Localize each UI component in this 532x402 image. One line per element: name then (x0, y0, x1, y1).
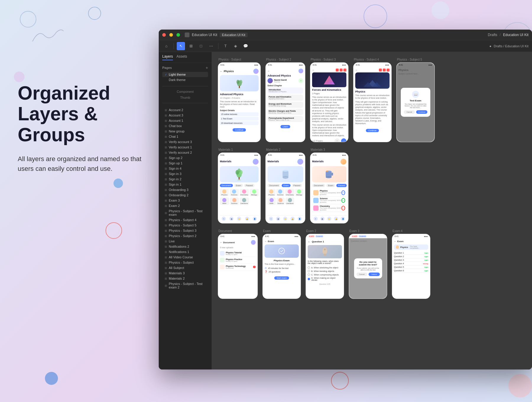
subject-item-chem-m3[interactable]: Chemistry You have completely 30/30 ques… (312, 204, 346, 212)
frame-exam-2[interactable]: Exam 2 4.4/5 Submit ← (306, 229, 344, 299)
modal-confirm-5[interactable]: Continue (416, 110, 427, 114)
text-btn[interactable]: T (221, 42, 230, 50)
continue-btn-4[interactable]: Continue (366, 129, 379, 132)
home-btn[interactable]: ⌂ (162, 42, 171, 50)
figma-home-icon[interactable] (185, 33, 189, 37)
prev-btn[interactable]: ← (335, 138, 340, 142)
tab-passed-m1[interactable]: Passed (244, 184, 254, 187)
chip-science2-m1[interactable]: Science (230, 197, 239, 205)
layer-onboarding3[interactable]: ⊞ Onboarding 3 (162, 187, 208, 192)
search-icon-m1[interactable]: ⊞ (229, 217, 233, 221)
layer-notif1[interactable]: ⊞ Notifications 1 (162, 249, 208, 255)
back-exam4[interactable]: ← Exam (394, 240, 428, 243)
layer-notif2[interactable]: ⊞ Notifications 2 (162, 244, 208, 249)
doc-item-2[interactable]: Physics Practice Ready to open (220, 257, 256, 264)
q-back-e2[interactable]: ← (308, 240, 311, 243)
layer-signin1[interactable]: ⊞ Sign in 1 (162, 182, 208, 187)
rect-btn[interactable]: □ (197, 42, 205, 50)
answer-c-e2[interactable]: C. When compressing objects (308, 273, 342, 276)
components-btn[interactable]: ◈ (231, 42, 240, 50)
frame-physics-subject-3[interactable]: Physics - Subject 3 8:41●●● ← (310, 58, 348, 142)
frame-materials-2[interactable]: Materials 2 8:41●●● Materials (265, 148, 305, 223)
layer-newgroup[interactable]: ⊞ New group (162, 129, 208, 134)
layer-signup1[interactable]: ⊞ Sign up 1 (162, 161, 208, 166)
layer-account3[interactable]: ⊞ Account 3 (162, 113, 208, 118)
user-icon-m1[interactable]: 👤 (253, 217, 257, 221)
modal-cancel-5[interactable]: Cancel (404, 110, 415, 114)
tab-document-m1[interactable]: Document (220, 184, 233, 187)
home-icon-m3[interactable]: ⌂ (314, 217, 318, 221)
layer-live[interactable]: ⊞ Live (162, 239, 208, 244)
layer-chat1[interactable]: ⊞ Chat 1 (162, 134, 208, 139)
answer-a-e2[interactable]: A. When stretching the object (308, 266, 342, 269)
subject-item-science-m3[interactable]: Science You have completely 30/30 questi… (312, 197, 346, 204)
traffic-light-min[interactable] (169, 33, 173, 37)
layer-onboarding2[interactable]: ⊞ Onboarding 2 (162, 192, 208, 198)
tab-passed-m3[interactable]: Passed (336, 184, 347, 187)
answer-b-e2[interactable]: B. When bending objects (308, 269, 342, 273)
tab-exam-m1[interactable]: Exam (234, 184, 243, 187)
chip-math-m2[interactable]: Math (267, 197, 276, 205)
page-light-theme[interactable]: ✓ Light theme (162, 72, 208, 77)
frame-physics-subject-4[interactable]: Physics - Subject 4 8:41●●● ← (353, 58, 392, 142)
folder-icon-m1[interactable]: 📁 (237, 217, 241, 221)
layer-allvideo[interactable]: ⊞ All Video Course (162, 255, 208, 260)
chip-chemistry-m1[interactable]: Chemistry (240, 189, 249, 196)
frame-materials-3[interactable]: Materials 3 8:41●●● Materials (310, 148, 348, 223)
layer-physics5[interactable]: ⊞ Physics - Subject 5 (162, 223, 208, 228)
folder-icon-m3[interactable]: 📁 (327, 217, 331, 221)
cancel-e3[interactable]: Cancel (356, 273, 368, 276)
layer-physics-test2[interactable]: ⊞ Physics - Subject - Test exam 2 (162, 281, 208, 290)
cursor-btn[interactable]: ↖ (177, 42, 185, 50)
layer-account1[interactable]: ⊞ Account 1 (162, 118, 208, 123)
traffic-light-close[interactable] (162, 33, 166, 37)
layer-physics3[interactable]: ⊞ Physics - Subject 3 (162, 228, 208, 233)
drafts-link[interactable]: Drafts (488, 33, 497, 37)
layer-physics2[interactable]: ⊞ Physics - Subject 2 (162, 233, 208, 239)
chip-science-m2[interactable]: Science (276, 189, 284, 196)
frame-physics-subject-1[interactable]: Physics - Subject 8:41●●● ← Physics (218, 58, 261, 142)
tab-document-m3[interactable]: Document (312, 184, 325, 187)
pages-add-btn[interactable]: + (206, 65, 208, 70)
layer-materials2[interactable]: ⊞ Materials 2 (162, 276, 208, 281)
next-btn[interactable]: → (341, 138, 346, 142)
user-icon-m2[interactable]: 👤 (298, 217, 302, 221)
chip-chemistry-m2[interactable]: Chemistry (285, 189, 294, 196)
tab-exam-m3[interactable]: Exam (326, 184, 335, 187)
tab-document-m2[interactable]: Document (267, 184, 280, 187)
chip-physics-m1[interactable]: Physics (220, 189, 229, 196)
layer-exam3[interactable]: ⊞ Exam 3 (162, 198, 208, 203)
submit-e3[interactable]: Submit (369, 273, 380, 276)
layer-exam2[interactable]: ⊞ Exam 2 (162, 203, 208, 208)
frame-btn[interactable]: ⊞ (187, 42, 195, 50)
frame-exam-1[interactable]: Exam 8:41●●● ← Exam (262, 229, 301, 299)
layer-verify3[interactable]: ⊞ Verify account 3 (162, 139, 208, 145)
tab-assets[interactable]: Assets (176, 54, 187, 60)
layer-allsubject[interactable]: ⊞ All Subject (162, 265, 208, 270)
layer-verify1[interactable]: ⊞ Verify account 1 (162, 145, 208, 150)
chip-science-m1[interactable]: Science (230, 189, 239, 196)
chip-lit-m2[interactable]: Literature (286, 197, 294, 205)
doc-item-3[interactable]: Physics Technology Download ! (220, 264, 256, 270)
frame-exam-4[interactable]: Exam 4 8:41●●● ← Exam (392, 229, 430, 299)
answer-d-e2[interactable]: D. When making an object vibrate (308, 276, 342, 282)
layer-physics-subject[interactable]: ⊞ Physics - Subject (162, 260, 208, 265)
home-icon-m2[interactable]: ⌂ (269, 217, 273, 221)
layer-chatbox[interactable]: ⊞ Chat box (162, 123, 208, 129)
bell-icon-m3[interactable]: 🔔 (334, 217, 338, 221)
home-icon-m1[interactable]: ⌂ (222, 217, 226, 221)
layer-signup2[interactable]: ⊞ Sign up 2 (162, 155, 208, 161)
chip-biology-m2[interactable]: Biology (295, 189, 303, 196)
search-icon-m3[interactable]: ⊞ (320, 217, 325, 221)
user-icon-m3[interactable]: 👤 (341, 217, 345, 221)
bell-icon-m2[interactable]: 🔔 (291, 217, 295, 221)
layer-materials3[interactable]: ⊞ Materials 3 (162, 270, 208, 276)
traffic-light-max[interactable] (176, 33, 180, 37)
more-tools-btn[interactable]: ⋯ (207, 42, 215, 50)
layer-signin4[interactable]: ⊞ Sign in 4 (162, 166, 208, 171)
subject-item-physics-m3[interactable]: Physics You have completely 30/30 questi… (312, 189, 346, 197)
tab-exam-m2[interactable]: Exam (282, 184, 291, 187)
back-exam1[interactable]: ← Exam (265, 240, 299, 243)
layer-physics4[interactable]: ⊞ Physics - Subject 4 (162, 217, 208, 223)
frame-exam-3[interactable]: Exam 3 4.4/5 Submit Question content... (349, 229, 387, 299)
